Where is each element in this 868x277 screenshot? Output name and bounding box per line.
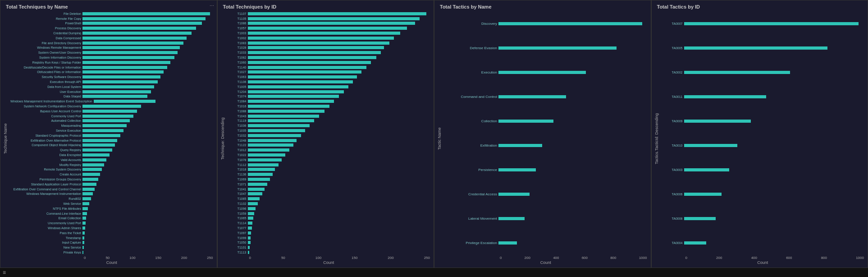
bar: [82, 158, 106, 162]
bar-row: T1096: [228, 207, 430, 210]
bar-label: Command and Control: [444, 95, 498, 99]
chart-area-techniques-by-name: Technique NameFile DeletionRemote File C…: [2, 11, 215, 266]
bar-row: Obfuscated Files or Information: [10, 70, 213, 74]
bar-row: User Execution: [10, 90, 213, 93]
bar: [82, 22, 202, 25]
bar-row: System Owner/User Discovery: [10, 51, 213, 54]
bar-label: Windows Management Instrumentation Event…: [10, 100, 94, 103]
bar: [498, 22, 642, 25]
bar-label: File and Directory Discovery: [10, 42, 82, 45]
bar: [248, 119, 314, 122]
bar-label: PowerShell: [10, 22, 82, 25]
bar-label: T1022: [228, 153, 248, 157]
bar-label: T1043: [228, 115, 248, 118]
bar-label: T1071: [228, 183, 248, 186]
bar-label: Rundll32: [10, 197, 82, 200]
bar-label: T1065: [228, 217, 248, 220]
bar-label: Modify Registry: [10, 163, 82, 166]
bar: [248, 148, 289, 152]
bar-row: New Service: [10, 246, 213, 249]
bar: [684, 168, 729, 171]
bar-row: Email Collection: [10, 217, 213, 220]
bar-row: T1032: [228, 134, 430, 137]
bar: [248, 90, 344, 93]
bar-label: Masquerading: [10, 124, 82, 127]
bar-label: Obfuscated Files or Information: [10, 70, 82, 74]
bar-label: T1082: [228, 56, 248, 59]
bar: [82, 148, 112, 152]
chart-options-icon[interactable]: ⋯: [210, 3, 214, 8]
bar: [248, 66, 366, 69]
x-axis-label-tactics-by-name: Count: [443, 260, 649, 266]
x-axis-tick: 200: [388, 256, 393, 260]
bar: [82, 202, 89, 205]
bar-row: Timestamp: [10, 236, 213, 240]
bar-label: T1114: [228, 222, 248, 225]
bar-label: T1050: [228, 241, 248, 244]
bar-label: T1036: [228, 124, 248, 127]
bar: [82, 178, 98, 181]
bars-section-tactics-by-name: DiscoveryDefense EvasionExecutionCommand…: [443, 11, 649, 255]
x-axis-label-tactics-by-id: Count: [660, 260, 866, 266]
bar-row: T1112: [228, 163, 430, 166]
bar: [684, 46, 827, 50]
bar-row: Execution through API: [10, 80, 213, 83]
bar-row: T1086: [228, 22, 430, 25]
bar-label: Command-Line Interface: [10, 212, 82, 215]
bar-label: T1122: [228, 143, 248, 147]
bar: [248, 75, 357, 78]
bar-label: Data Staged: [10, 95, 82, 98]
bar: [82, 212, 87, 215]
x-axis-techniques-by-id: 050100150200250: [226, 255, 432, 260]
bar: [248, 143, 293, 147]
bar-label: T1119: [228, 119, 248, 122]
bar-row: System Information Discovery: [10, 56, 213, 59]
bar-label: Discovery: [444, 22, 498, 26]
bar-row: NTFS File Attributes: [10, 207, 213, 210]
bar-row: Windows Remote Management: [10, 46, 213, 49]
bar-row: T1035: [228, 129, 430, 132]
bar-row: Standard Cryptographic Protocol: [10, 134, 213, 137]
bar: [248, 226, 252, 230]
y-axis-label-tactics-by-name: Tactic Name: [436, 11, 443, 266]
bar: [94, 100, 155, 103]
bar: [248, 197, 260, 200]
bar-label: Data from Local System: [10, 85, 82, 88]
bar-label: Windows Remote Management: [10, 46, 82, 49]
bar: [82, 139, 117, 142]
bar: [248, 246, 250, 249]
chart-title-tactics-by-name: Total Tactics by Name: [436, 4, 649, 9]
bar-row: T1106: [228, 80, 430, 83]
bar-row: Execution: [444, 71, 647, 74]
chart-inner-techniques-by-name: File DeletionRemote File CopyPowerShellP…: [9, 11, 215, 266]
bar-label: Commonly Used Port: [10, 115, 82, 118]
bar-row: Valid Accounts: [10, 158, 213, 162]
menu-icon[interactable]: ≡: [3, 269, 6, 276]
bar-label: System Owner/User Discovery: [10, 51, 82, 54]
bar-label: T1005: [228, 85, 248, 88]
bar-label: File Deletion: [10, 12, 82, 15]
bar: [248, 168, 275, 171]
bar: [248, 80, 353, 83]
bar-label: T1032: [228, 134, 248, 137]
bar-row: TA0004: [662, 241, 864, 245]
bar: [248, 110, 324, 113]
chart-panel-techniques-by-name: Total Techniques by Name⋯Technique NameF…: [0, 0, 217, 268]
bar-label: T1088: [228, 110, 248, 113]
bar: [684, 120, 751, 123]
bar-row: Rundll32: [10, 197, 213, 200]
bar: [82, 42, 183, 45]
y-axis-label-techniques-by-name: Technique Name: [2, 11, 9, 266]
x-axis-tick: 100: [315, 256, 321, 260]
bar-row: Create Account: [10, 173, 213, 176]
x-axis-tick: 400: [751, 256, 757, 260]
chart-title-techniques-by-name: Total Techniques by Name: [2, 4, 215, 9]
bar: [248, 192, 262, 195]
bar-row: Persistence: [444, 168, 647, 171]
bar-row: T1102: [228, 202, 430, 205]
bar-label: Permission Groups Discovery: [10, 178, 82, 181]
bar: [248, 207, 256, 210]
bar: [248, 129, 305, 132]
bar-label: Data Encrypted: [10, 153, 82, 157]
bar: [248, 12, 426, 15]
